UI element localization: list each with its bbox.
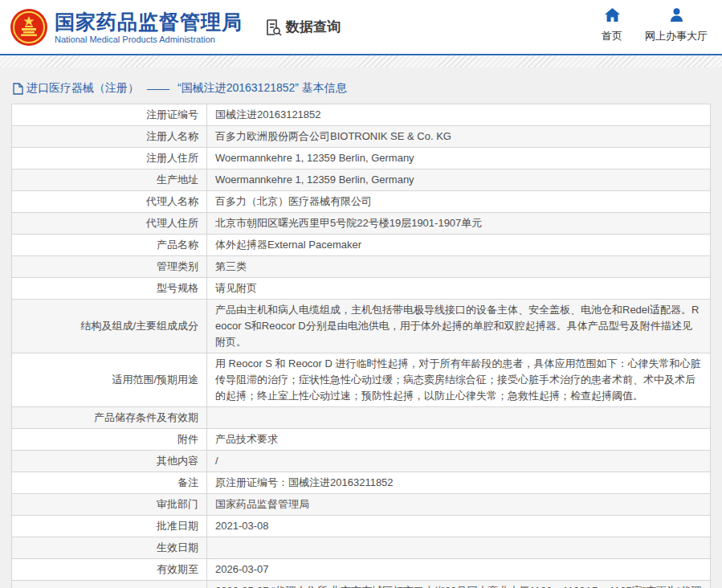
row-label: 注册人名称 (12, 126, 207, 148)
row-label: 生产地址 (12, 169, 207, 191)
row-value: Woermannkehre 1, 12359 Berlin, Germany (207, 169, 711, 191)
table-row: 其他内容/ (12, 451, 711, 472)
table-row: 结构及组成/主要组成成分产品由主机和病人电缆组成，主机包括带电极导线接口的设备主… (12, 300, 711, 353)
org-titles: 国家药品监督管理局 National Medical Products Admi… (55, 10, 243, 44)
row-value: Woermannkehre 1, 12359 Berlin, Germany (207, 148, 711, 169)
table-row: 审批部门国家药品监督管理局 (12, 494, 711, 516)
row-value (207, 407, 711, 429)
row-label: 审批部门 (12, 494, 207, 516)
row-label: 结构及组成/主要组成成分 (12, 300, 207, 353)
row-label: 产品储存条件及有效期 (12, 407, 207, 429)
row-label: 适用范围/预期用途 (12, 353, 207, 407)
breadcrumb-separator: —— (147, 82, 169, 95)
table-row: 备注原注册证编号：国械注进20163211852 (12, 472, 711, 494)
main-content: 进口医疗器械（注册） —— “国械注进20163121852” 基本信息 注册证… (0, 67, 722, 588)
nav-online-hall-label: 网上办事大厅 (645, 29, 708, 43)
row-value: 第三类 (207, 256, 711, 278)
row-value: 产品技术要求 (207, 429, 711, 451)
data-query-nav[interactable]: 数据查询 (263, 18, 341, 37)
data-query-label: 数据查询 (286, 18, 341, 36)
row-value: 国家药品监督管理局 (207, 494, 711, 516)
row-value: / (207, 451, 711, 472)
row-label: 管理类别 (12, 256, 207, 278)
row-value: 百多力（北京）医疗器械有限公司 (207, 191, 711, 213)
registration-table-body: 注册证编号国械注进20163121852注册人名称百多力欧洲股份两合公司BIOT… (12, 104, 711, 588)
registration-info-table: 注册证编号国械注进20163121852注册人名称百多力欧洲股份两合公司BIOT… (11, 104, 711, 588)
national-emblem-logo (10, 8, 48, 47)
person-icon (670, 8, 683, 25)
row-label: 批准日期 (12, 516, 207, 537)
header-top-right: 首页 网上办事大厅 (602, 8, 708, 43)
row-label: 产品名称 (12, 235, 207, 256)
breadcrumb: 进口医疗器械（注册） —— “国械注进20163121852” 基本信息 (11, 76, 711, 104)
row-label: 代理人住所 (12, 213, 207, 235)
row-label: 有效期至 (12, 559, 207, 581)
breadcrumb-current: “国械注进20163121852” 基本信息 (177, 81, 347, 96)
row-label: 生效日期 (12, 537, 207, 559)
row-value: 北京市朝阳区曙光西里甲5号院22号楼19层1901-1907单元 (207, 213, 711, 235)
row-value: 百多力欧洲股份两合公司BIOTRONIK SE & Co. KG (207, 126, 711, 148)
page-file-icon (13, 83, 23, 95)
row-label: 代理人名称 (12, 191, 207, 213)
table-row: 代理人住所北京市朝阳区曙光西里甲5号院22号楼19层1901-1907单元 (12, 213, 711, 235)
nav-online-hall[interactable]: 网上办事大厅 (645, 8, 708, 43)
table-row: 产品名称体外起搏器External Pacemaker (12, 235, 711, 256)
row-value: 原注册证编号：国械注进20163211852 (207, 472, 711, 494)
row-value: 2026-03-07 (207, 559, 711, 581)
row-label: 注册证编号 (12, 104, 207, 126)
row-value: 产品由主机和病人电缆组成，主机包括带电极导线接口的设备主体、安全盖板、电池仓和R… (207, 300, 711, 353)
row-value: 国械注进20163121852 (207, 104, 711, 126)
row-label: 型号规格 (12, 278, 207, 300)
table-row: 有效期至2026-03-07 (12, 559, 711, 581)
nav-home-label: 首页 (602, 29, 622, 43)
row-label: 其他内容 (12, 451, 207, 472)
table-row: 管理类别第三类 (12, 256, 711, 278)
row-label: 备注 (12, 472, 207, 494)
row-label: 附件 (12, 429, 207, 451)
hatch-divider-band (0, 55, 722, 67)
table-row: 生效日期 (12, 537, 711, 559)
document-search-icon (263, 18, 283, 37)
row-value: 请见附页 (207, 278, 711, 300)
row-label: 变更情况 (12, 581, 207, 588)
table-row: 型号规格请见附页 (12, 278, 711, 300)
table-row: 适用范围/预期用途用 Reocor S 和 Reocor D 进行临时性起搏，对… (12, 353, 711, 407)
home-icon (605, 8, 620, 25)
row-value: 体外起搏器External Pacemaker (207, 235, 711, 256)
table-row: 注册人名称百多力欧洲股份两合公司BIOTRONIK SE & Co. KG (12, 126, 711, 148)
table-row: 附件产品技术要求 (12, 429, 711, 451)
row-value (207, 537, 711, 559)
site-header: 国家药品监督管理局 National Medical Products Admi… (0, 0, 722, 55)
row-value: 用 Reocor S 和 Reocor D 进行临时性起搏，对于所有年龄段的患者… (207, 353, 711, 407)
table-row: 批准日期2021-03-08 (12, 516, 711, 537)
row-value: 2021-03-08 (207, 516, 711, 537)
row-value: 2020-05-07 “代理人住所:北京市东城区灯市口大街33号国中商业大厦11… (207, 581, 711, 588)
table-row: 代理人名称百多力（北京）医疗器械有限公司 (12, 191, 711, 213)
org-name-zh: 国家药品监督管理局 (55, 10, 243, 33)
row-label: 注册人住所 (12, 148, 207, 169)
table-row: 注册人住所Woermannkehre 1, 12359 Berlin, Germ… (12, 148, 711, 169)
table-row: 变更情况2020-05-07 “代理人住所:北京市东城区灯市口大街33号国中商业… (12, 581, 711, 588)
table-row: 注册证编号国械注进20163121852 (12, 104, 711, 126)
table-row: 生产地址Woermannkehre 1, 12359 Berlin, Germa… (12, 169, 711, 191)
table-row: 产品储存条件及有效期 (12, 407, 711, 429)
breadcrumb-section: 进口医疗器械（注册） (27, 81, 139, 96)
org-name-en: National Medical Products Administration (55, 35, 243, 44)
nav-home[interactable]: 首页 (602, 8, 622, 43)
